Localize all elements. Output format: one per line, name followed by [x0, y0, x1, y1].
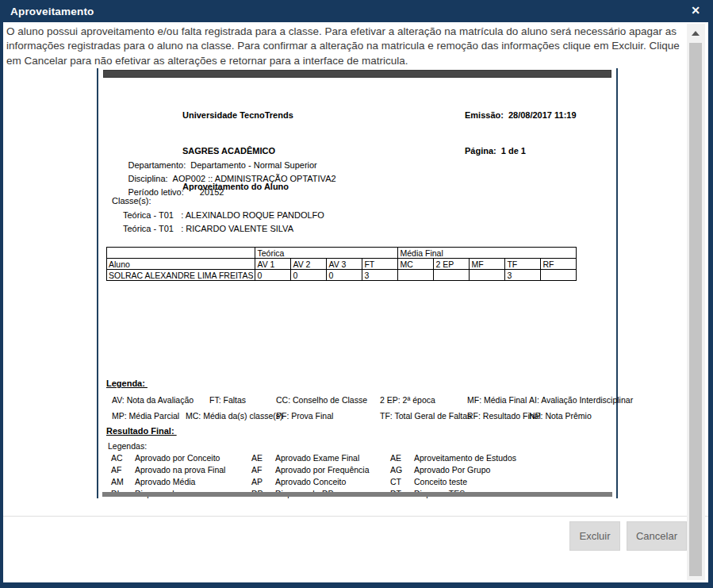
- grade-cell: [398, 270, 434, 281]
- dialog-description: O aluno possui aproveitamento e/ou falta…: [6, 25, 684, 68]
- grades-table: Teórica Média Final Aluno AV 1 AV 2 AV 3…: [106, 247, 577, 281]
- grade-cell: [470, 270, 505, 281]
- report-header-right: Emissão:28/08/2017 11:19 Página:1 de 1: [465, 86, 577, 181]
- legend-item: PF: Prova Final: [276, 411, 333, 421]
- emission-line: Emissão:28/08/2017 11:19: [465, 110, 577, 121]
- cancelar-button[interactable]: Cancelar: [627, 521, 687, 551]
- institution-name: Universidade TecnoTrends: [182, 110, 293, 121]
- col-header: AV 1: [255, 259, 291, 270]
- legend-item: TF: Total Geral de Faltas: [380, 411, 471, 421]
- col-header: AV 2: [291, 259, 327, 270]
- aproveitamento-dialog: Aproveitamento ✕ O aluno possui aproveit…: [0, 0, 713, 588]
- report-viewer: Universidade TecnoTrends SAGRES ACADÊMIC…: [97, 68, 618, 498]
- class-line: Teórica - T01 : ALEXINALDO ROQUE PANDOLF…: [123, 210, 324, 220]
- emission-value: 28/08/2017 11:19: [508, 110, 577, 120]
- grade-cell: [541, 270, 577, 281]
- result-label: Aproveitamento de Estudos: [414, 453, 516, 463]
- result-label: Aprovado por Frequência: [275, 465, 370, 475]
- grade-cell: 3: [362, 270, 398, 281]
- legend-item: CC: Conselho de Classe: [276, 395, 367, 405]
- class-line: Teórica - T01 : RICARDO VALENTE SILVA: [123, 224, 293, 233]
- dialog-body: O aluno possui aproveitamento e/ou falta…: [3, 22, 708, 582]
- legend-item: MF: Média Final: [467, 395, 527, 405]
- result-code: AE: [251, 453, 263, 463]
- legend-row-2: MP: Média Parcial MC: Média da(s) classe…: [98, 411, 616, 423]
- vertical-scrollbar[interactable]: [687, 24, 705, 580]
- result-code: AF: [111, 465, 121, 475]
- classes-label: Classe(s):: [112, 196, 151, 206]
- page-number: 1 de 1: [501, 146, 526, 156]
- footer-divider: [3, 516, 708, 517]
- legend-item: AI: Avaliação Interdisciplinar: [529, 395, 633, 405]
- col-header: 2 EP: [434, 259, 470, 270]
- legend-item: AV: Nota da Avaliação: [112, 395, 194, 405]
- final-result-title: Resultado Final:: [106, 426, 177, 436]
- excluir-button[interactable]: Excluir: [569, 521, 620, 551]
- legend-item: NP: Nota Prêmio: [529, 411, 592, 421]
- grade-cell: 0: [255, 270, 291, 281]
- result-label: Aprovado na prova Final: [135, 465, 225, 475]
- col-header-aluno: Aluno: [107, 259, 255, 270]
- result-label: Aprovado Por Grupo: [414, 465, 490, 475]
- result-code: AP: [251, 477, 263, 486]
- col-header: AV 3: [327, 259, 362, 270]
- legend-item: FT: Faltas: [209, 395, 246, 405]
- close-icon[interactable]: ✕: [691, 3, 700, 17]
- col-header: FT: [362, 259, 398, 270]
- emission-label: Emissão:: [465, 110, 504, 120]
- grade-cell: [434, 270, 470, 281]
- dialog-title: Aproveitamento: [3, 6, 94, 17]
- result-label: Aprovado por Conceito: [135, 453, 220, 463]
- group-header-empty: [107, 248, 255, 259]
- grades-data-row: SOLRAC ALEXANDRE LIMA FREITAS 0 0 0 3 3: [107, 270, 577, 281]
- result-label: Aprovado Conceito: [275, 477, 346, 486]
- result-row: AF Aprovado na prova Final AF Aprovado p…: [98, 465, 616, 477]
- page-line: Página:1 de 1: [465, 145, 577, 157]
- report-page-bottom-margin: [102, 492, 612, 497]
- scroll-up-arrow-icon[interactable]: [692, 31, 700, 36]
- col-header: RF: [541, 259, 577, 270]
- periodo-value: 20152: [200, 187, 224, 197]
- result-code: CT: [390, 477, 401, 486]
- group-header-teorica: Teórica: [255, 248, 398, 259]
- result-code: AE: [390, 453, 401, 463]
- result-code: AF: [251, 465, 262, 475]
- scrollbar-thumb[interactable]: [689, 43, 702, 576]
- result-label: Aprovado Média: [135, 477, 195, 486]
- result-code: AM: [111, 477, 124, 486]
- student-name-cell: SOLRAC ALEXANDRE LIMA FREITAS: [107, 270, 255, 281]
- group-header-media-final: Média Final: [398, 248, 577, 259]
- report-page-top-margin: [103, 70, 611, 78]
- grades-group-header-row: Teórica Média Final: [107, 248, 577, 259]
- col-header: MF: [470, 259, 505, 270]
- dialog-titlebar: Aproveitamento ✕: [3, 0, 708, 22]
- result-label: Aprovado Exame Final: [275, 453, 359, 463]
- result-code: AG: [390, 465, 402, 475]
- result-label: Conceito teste: [414, 477, 467, 486]
- grade-cell: 0: [327, 270, 362, 281]
- result-row: AC Aprovado por Conceito AE Aprovado Exa…: [98, 453, 616, 465]
- result-row: AM Aprovado Média AP Aprovado Conceito C…: [98, 477, 616, 489]
- grade-cell: 3: [505, 270, 541, 281]
- legend-item: 2 EP: 2ª época: [380, 395, 435, 405]
- grades-column-header-row: Aluno AV 1 AV 2 AV 3 FT MC 2 EP MF TF RF: [107, 259, 577, 270]
- col-header: MC: [398, 259, 434, 270]
- legend-row-1: AV: Nota da Avaliação FT: Faltas CC: Con…: [98, 395, 616, 407]
- legend-item: MC: Média da(s) classe(s): [186, 411, 283, 421]
- final-result-legends-label: Legendas:: [108, 441, 147, 451]
- grade-cell: 0: [291, 270, 327, 281]
- legend-item: MP: Média Parcial: [112, 411, 179, 421]
- result-code: AC: [111, 453, 123, 463]
- col-header: TF: [505, 259, 541, 270]
- legend-title: Legenda:: [106, 379, 148, 388]
- page-label: Página:: [465, 146, 496, 156]
